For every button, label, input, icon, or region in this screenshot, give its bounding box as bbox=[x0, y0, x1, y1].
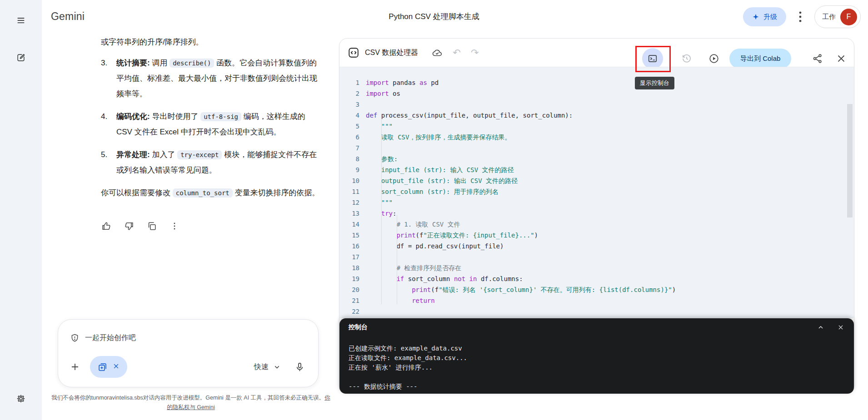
show-console-button[interactable] bbox=[642, 48, 663, 69]
inline-code-chip: column_to_sort bbox=[173, 188, 233, 198]
redo-button[interactable]: ↷ bbox=[471, 47, 479, 58]
shield-icon bbox=[70, 333, 80, 343]
line-text: if sort_column not in df.columns: bbox=[366, 273, 523, 284]
add-attachment-button[interactable] bbox=[68, 360, 82, 374]
console-title: 控制台 bbox=[349, 323, 368, 331]
canvas-chip-close-button[interactable] bbox=[113, 363, 120, 371]
code-line: 22 bbox=[339, 306, 854, 317]
console-header: 控制台 bbox=[349, 322, 847, 333]
gemini-app: Gemini Python CSV 处理脚本生成 升级 工作 F 或字符串列的升… bbox=[0, 0, 868, 420]
play-icon bbox=[708, 53, 719, 64]
inline-code-chip: describe() bbox=[170, 59, 214, 68]
header-more-button[interactable] bbox=[793, 9, 808, 25]
list-item-number: 3. bbox=[101, 55, 116, 102]
cloud-saved-icon bbox=[432, 47, 443, 58]
prompt-input[interactable]: 一起开始创作吧 bbox=[70, 333, 136, 343]
line-text: input_file (str): 输入 CSV 文件的路径 bbox=[366, 164, 514, 175]
line-text: import pandas as pd bbox=[366, 77, 439, 88]
line-text: # 检查排序列是否存在 bbox=[366, 262, 461, 273]
composer-toolbar: 快速 bbox=[68, 356, 308, 378]
line-number: 12 bbox=[339, 197, 359, 208]
code-scrollbar[interactable] bbox=[847, 104, 853, 217]
gear-icon bbox=[16, 394, 26, 404]
privacy-footer: 我们不会将你的tunmoravintelisa.sbs对话内容用于改进模型。Ge… bbox=[50, 393, 332, 412]
line-text: # 1. 读取 CSV 文件 bbox=[366, 219, 460, 230]
line-number: 22 bbox=[339, 306, 359, 317]
thumbs-down-button[interactable] bbox=[124, 221, 135, 232]
undo-button[interactable]: ↶ bbox=[453, 47, 461, 58]
line-text: df = pd.read_csv(input_file) bbox=[366, 241, 504, 252]
text-segment: 编码优化: bbox=[116, 112, 152, 121]
code-line: 17 bbox=[339, 252, 854, 262]
menu-button[interactable] bbox=[11, 10, 31, 30]
history-icon bbox=[681, 53, 692, 64]
prompt-composer[interactable]: 一起开始创作吧 快速 bbox=[58, 319, 319, 387]
new-chat-button[interactable] bbox=[11, 48, 31, 68]
gemini-logo[interactable]: Gemini bbox=[51, 10, 85, 23]
text-segment: 加入了 bbox=[152, 150, 177, 159]
console-output-line: --- 数据统计摘要 --- bbox=[349, 382, 845, 391]
code-line: 6 读取 CSV，按列排序，生成摘要并保存结果。 bbox=[339, 132, 854, 143]
workspace-label: 工作 bbox=[822, 13, 836, 21]
line-number: 18 bbox=[339, 262, 359, 273]
line-text: print(f"正在读取文件: {input_file}...") bbox=[366, 230, 538, 241]
code-line: 12 """ bbox=[339, 197, 854, 208]
upgrade-button[interactable]: 升级 bbox=[743, 7, 786, 26]
console-output-line: 正在按 '薪水' 进行排序... bbox=[349, 363, 845, 372]
upgrade-label: 升级 bbox=[763, 13, 777, 21]
line-number: 5 bbox=[339, 121, 359, 132]
line-text: 参数: bbox=[366, 153, 398, 164]
console-collapse-button[interactable] bbox=[815, 322, 827, 333]
message-more-button[interactable] bbox=[169, 221, 180, 232]
microphone-button[interactable] bbox=[293, 360, 306, 374]
chevron-up-icon bbox=[818, 324, 824, 331]
inline-code-chip: utf-8-sig bbox=[200, 112, 241, 121]
console-close-button[interactable] bbox=[835, 322, 847, 333]
code-line: 15 print(f"正在读取文件: {input_file}...") bbox=[339, 230, 854, 241]
code-line: 9 input_file (str): 输入 CSV 文件的路径 bbox=[339, 164, 854, 175]
model-mode-selector[interactable]: 快速 bbox=[254, 362, 281, 372]
code-line: 2import os bbox=[339, 88, 854, 99]
code-line: 7 bbox=[339, 143, 854, 153]
chat-column: 或字符串列的升序/降序排列。 3.统计摘要: 调用 describe() 函数。… bbox=[42, 0, 340, 420]
console-output: 已创建示例文件: example_data.csv正在读取文件: example… bbox=[349, 344, 845, 391]
run-button[interactable] bbox=[708, 53, 719, 64]
list-item-number: 4. bbox=[101, 109, 116, 140]
header-actions: 升级 工作 F bbox=[743, 5, 861, 28]
list-item-text: 编码优化: 导出时使用了 utf-8-sig 编码，这样生成的 CSV 文件在 … bbox=[116, 109, 320, 140]
export-to-colab-button[interactable]: 导出到 Colab bbox=[729, 49, 791, 69]
message-actions bbox=[101, 221, 320, 232]
line-number: 19 bbox=[339, 273, 359, 284]
canvas-mode-chip[interactable] bbox=[90, 356, 127, 378]
code-line: 8 参数: bbox=[339, 153, 854, 164]
text-segment: 统计摘要: bbox=[116, 59, 152, 67]
line-number: 16 bbox=[339, 241, 359, 252]
share-button[interactable] bbox=[812, 53, 823, 64]
copy-icon bbox=[147, 221, 157, 231]
copy-button[interactable] bbox=[146, 221, 157, 232]
line-number: 7 bbox=[339, 143, 359, 153]
close-canvas-button[interactable] bbox=[836, 53, 847, 64]
code-lines: 1import pandas as pd2import os34def proc… bbox=[339, 77, 854, 317]
spark-icon bbox=[752, 13, 759, 20]
console-output-line: 已创建示例文件: example_data.csv bbox=[349, 344, 845, 353]
code-line: 16 df = pd.read_csv(input_file) bbox=[339, 241, 854, 252]
more-vert-icon bbox=[793, 9, 808, 25]
mic-icon bbox=[294, 362, 305, 372]
code-editor[interactable]: 1import pandas as pd2import os34def proc… bbox=[339, 67, 854, 318]
thumbs-up-button[interactable] bbox=[101, 221, 112, 232]
account-switcher[interactable]: 工作 F bbox=[814, 5, 861, 28]
line-number: 2 bbox=[339, 88, 359, 99]
line-number: 17 bbox=[339, 252, 359, 262]
code-line: 3 bbox=[339, 99, 854, 110]
terminal-icon bbox=[648, 54, 658, 64]
code-line: 13 try: bbox=[339, 208, 854, 219]
code-line: 20 print(f"错误: 列名 '{sort_column}' 不存在。可用… bbox=[339, 284, 854, 295]
line-number: 3 bbox=[339, 99, 359, 110]
text-segment: 导出时使用了 bbox=[152, 112, 200, 121]
line-number: 9 bbox=[339, 164, 359, 175]
model-mode-label: 快速 bbox=[254, 362, 269, 372]
code-line: 5 """ bbox=[339, 121, 854, 132]
settings-button[interactable] bbox=[11, 389, 31, 409]
version-history-button[interactable] bbox=[681, 53, 692, 64]
